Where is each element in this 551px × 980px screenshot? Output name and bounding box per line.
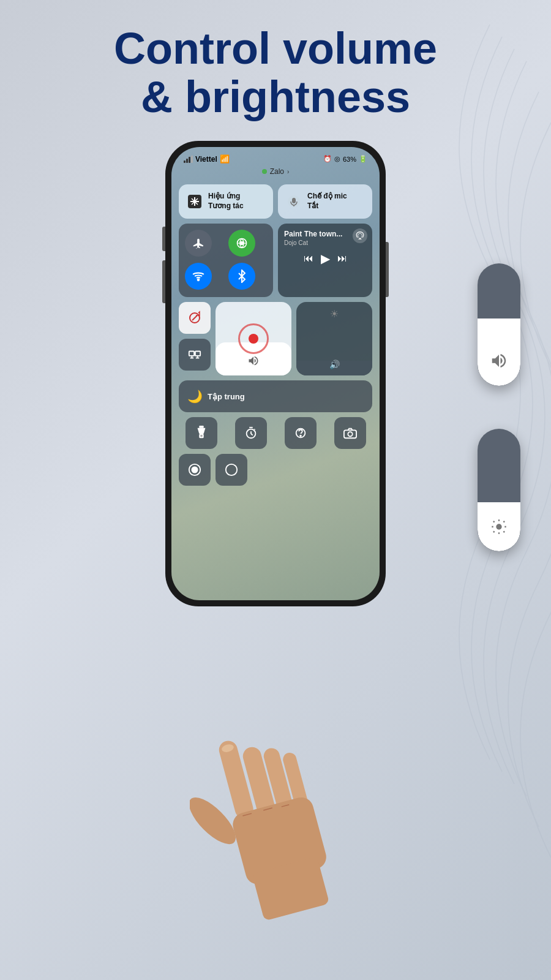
notification-bar: Zalo › (171, 166, 380, 179)
hieu-ung-button[interactable]: Hiệu ứng Tương tác (179, 184, 273, 219)
status-bar: Viettel 📶 ⏰ ◎ 63% 🔋 (171, 147, 380, 166)
carrier-label: Viettel (195, 155, 217, 164)
cc-row-2: Paint The town... Dojo Cat ⏮ ▶ ⏭ (179, 224, 372, 297)
cellular-button[interactable] (228, 230, 255, 257)
volume-slider[interactable] (216, 302, 291, 375)
music-controls: ⏮ ▶ ⏭ (284, 251, 366, 266)
brightness-side-icon (490, 518, 508, 539)
svg-point-26 (348, 432, 352, 436)
phone-mockup: Viettel 📶 ⏰ ◎ 63% 🔋 Zalo › (165, 141, 386, 606)
dnd-label: Tập trung (208, 392, 245, 401)
alarm-icon: ⏰ (323, 155, 332, 163)
cc-row-1: Hiệu ứng Tương tác (179, 184, 372, 219)
wifi-button[interactable] (185, 263, 212, 290)
svg-marker-19 (197, 428, 205, 434)
phone-outer: Viettel 📶 ⏰ ◎ 63% 🔋 Zalo › (165, 141, 386, 606)
cc-row-3: ☀ 🔊 (179, 302, 372, 375)
headline-line2: & brightness (141, 72, 410, 121)
signal-bar-1 (184, 160, 186, 163)
volume-side-slider[interactable] (478, 263, 520, 386)
moon-icon: 🌙 (187, 389, 203, 404)
headline: Control volume & brightness (0, 0, 551, 134)
svg-point-29 (226, 464, 237, 475)
notif-chevron: › (287, 168, 289, 175)
rewind-button[interactable]: ⏮ (304, 253, 313, 264)
volume-side-icon (490, 352, 508, 374)
svg-rect-13 (195, 352, 200, 356)
phone-screen: Viettel 📶 ⏰ ◎ 63% 🔋 Zalo › (171, 147, 380, 600)
signal-bar-3 (189, 157, 190, 163)
svg-line-40 (282, 805, 290, 807)
mic-button[interactable]: Chế độ mic Tắt (278, 184, 372, 219)
svg-rect-34 (262, 746, 296, 821)
hieu-ung-icon (186, 193, 203, 210)
dnd-button[interactable]: 🌙 Tập trung (179, 380, 372, 412)
svg-point-24 (300, 435, 301, 437)
mic-icon (285, 193, 302, 210)
svg-point-28 (192, 467, 197, 472)
notif-dot (262, 169, 267, 174)
cc-row-4: 🌙 Tập trung (179, 380, 372, 412)
svg-point-10 (198, 279, 200, 281)
timer-button[interactable] (235, 417, 267, 449)
fast-forward-button[interactable]: ⏭ (337, 253, 347, 264)
airplay-button[interactable] (353, 228, 367, 243)
screen-mirror-button[interactable] (179, 339, 211, 371)
signal-bar-4 (191, 156, 193, 163)
svg-rect-32 (217, 739, 255, 820)
music-player: Paint The town... Dojo Cat ⏮ ▶ ⏭ (278, 224, 372, 297)
cc-row-5 (179, 417, 372, 449)
airplane-button[interactable] (185, 230, 212, 257)
signal-bar-2 (186, 159, 188, 163)
rotation-lock-button[interactable] (179, 302, 211, 334)
camera-button[interactable] (334, 417, 366, 449)
svg-point-21 (200, 435, 203, 437)
hieu-ung-text: Hiệu ứng Tương tác (208, 192, 244, 211)
brightness-slider[interactable]: ☀ 🔊 (296, 302, 372, 375)
svg-line-39 (263, 808, 272, 810)
screen-record-button[interactable] (179, 454, 211, 486)
status-left: Viettel 📶 (184, 154, 230, 164)
brightness-side-slider[interactable] (478, 429, 520, 551)
network-panel (179, 224, 273, 297)
svg-rect-33 (241, 745, 280, 832)
play-button[interactable]: ▶ (321, 251, 330, 266)
location-icon: ◎ (334, 155, 340, 163)
extra-button[interactable] (216, 454, 247, 486)
battery-icon: 🔋 (359, 155, 367, 163)
svg-point-30 (496, 524, 501, 529)
svg-line-38 (242, 813, 251, 816)
control-center: Hiệu ứng Tương tác (171, 179, 380, 491)
bluetooth-button[interactable] (228, 263, 255, 290)
cc-row-6 (179, 454, 372, 486)
notif-app: Zalo (270, 167, 284, 176)
battery-percent: 63% (343, 156, 356, 163)
wifi-icon: 📶 (220, 154, 230, 164)
headline-line1: Control volume (114, 24, 437, 73)
phone-side-button (386, 242, 389, 297)
svg-rect-12 (189, 352, 194, 356)
svg-point-41 (221, 743, 234, 753)
status-right: ⏰ ◎ 63% 🔋 (323, 155, 367, 163)
unknown-button[interactable] (285, 417, 317, 449)
svg-rect-18 (199, 426, 203, 428)
mic-text: Chế độ mic Tắt (307, 192, 347, 211)
flashlight-button[interactable] (186, 417, 217, 449)
svg-point-31 (190, 791, 242, 851)
signal-bars (184, 156, 193, 163)
